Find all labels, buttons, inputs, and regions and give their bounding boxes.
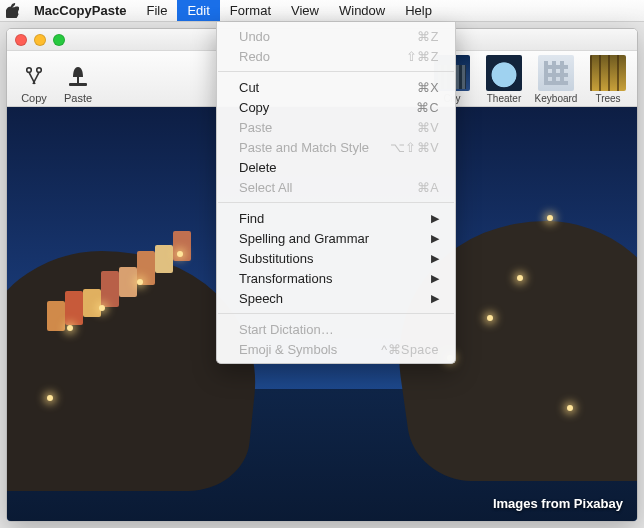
menu-item-label: Copy [239, 100, 269, 115]
thumb-keyboard-label: Keyboard [535, 93, 578, 104]
menu-item-label: Cut [239, 80, 259, 95]
menu-shortcut: ⌘Z [417, 29, 439, 44]
menu-shortcut: ^⌘Space [381, 342, 439, 357]
window-minimize-button[interactable] [34, 34, 46, 46]
menu-item-label: Find [239, 211, 264, 226]
menu-item-find[interactable]: Find▶ [217, 208, 455, 228]
thumb-theater-label: Theater [487, 93, 521, 104]
menu-item-cut[interactable]: Cut⌘X [217, 77, 455, 97]
menu-shortcut: ⌘X [417, 80, 439, 95]
menu-item-label: Paste and Match Style [239, 140, 369, 155]
menu-shortcut: ⌘V [417, 120, 439, 135]
menu-item-label: Redo [239, 49, 270, 64]
thumb-theater-image [486, 55, 522, 91]
submenu-arrow-icon: ▶ [431, 212, 439, 225]
svg-rect-2 [69, 83, 87, 86]
submenu-arrow-icon: ▶ [431, 252, 439, 265]
menubar-item-edit[interactable]: Edit [177, 0, 219, 21]
menu-item-paste-and-match-style: Paste and Match Style⌥⇧⌘V [217, 137, 455, 157]
menu-item-delete[interactable]: Delete [217, 157, 455, 177]
paste-button[interactable]: Paste [59, 55, 97, 104]
menu-separator [218, 71, 454, 72]
menu-item-undo: Undo⌘Z [217, 26, 455, 46]
edit-menu: Undo⌘ZRedo⇧⌘ZCut⌘XCopy⌘CPaste⌘VPaste and… [216, 22, 456, 364]
menu-shortcut: ⇧⌘Z [406, 49, 439, 64]
menu-item-label: Select All [239, 180, 292, 195]
thumb-trees[interactable]: Trees [587, 55, 629, 104]
image-caption: Images from Pixabay [493, 496, 623, 511]
menubar-item-window[interactable]: Window [329, 0, 395, 21]
menu-separator [218, 313, 454, 314]
menu-item-label: Delete [239, 160, 277, 175]
menubar-item-help[interactable]: Help [395, 0, 442, 21]
thumb-trees-label: Trees [595, 93, 620, 104]
copy-button-icon [20, 62, 48, 90]
thumb-keyboard-image [538, 55, 574, 91]
menubar-item-file[interactable]: File [136, 0, 177, 21]
menu-item-label: Undo [239, 29, 270, 44]
thumb-trees-image [590, 55, 626, 91]
window-zoom-button[interactable] [53, 34, 65, 46]
copy-button[interactable]: Copy [15, 55, 53, 104]
paste-button-icon [64, 62, 92, 90]
apple-menu[interactable] [0, 0, 24, 21]
menubar-item-format[interactable]: Format [220, 0, 281, 21]
svg-rect-3 [77, 76, 79, 83]
menu-item-label: Emoji & Symbols [239, 342, 337, 357]
thumb-keyboard[interactable]: Keyboard [535, 55, 577, 104]
menubar: MacCopyPaste FileEditFormatViewWindowHel… [0, 0, 644, 22]
menu-item-label: Start Dictation… [239, 322, 334, 337]
menu-item-transformations[interactable]: Transformations▶ [217, 268, 455, 288]
submenu-arrow-icon: ▶ [431, 232, 439, 245]
menu-item-label: Spelling and Grammar [239, 231, 369, 246]
menu-item-label: Speech [239, 291, 283, 306]
copy-button-label: Copy [21, 92, 47, 104]
window-close-button[interactable] [15, 34, 27, 46]
svg-point-1 [37, 68, 42, 73]
menu-item-speech[interactable]: Speech▶ [217, 288, 455, 308]
menu-separator [218, 202, 454, 203]
menu-item-emoji-symbols: Emoji & Symbols^⌘Space [217, 339, 455, 359]
submenu-arrow-icon: ▶ [431, 292, 439, 305]
menu-shortcut: ⌘A [417, 180, 439, 195]
menubar-app[interactable]: MacCopyPaste [24, 0, 136, 21]
menu-item-substitutions[interactable]: Substitutions▶ [217, 248, 455, 268]
menu-shortcut: ⌥⇧⌘V [390, 140, 439, 155]
menu-item-spelling-and-grammar[interactable]: Spelling and Grammar▶ [217, 228, 455, 248]
menu-item-label: Paste [239, 120, 272, 135]
menu-item-paste: Paste⌘V [217, 117, 455, 137]
menu-item-copy[interactable]: Copy⌘C [217, 97, 455, 117]
thumb-theater[interactable]: Theater [483, 55, 525, 104]
menu-item-label: Transformations [239, 271, 332, 286]
paste-button-label: Paste [64, 92, 92, 104]
menu-item-select-all: Select All⌘A [217, 177, 455, 197]
menu-item-start-dictation: Start Dictation… [217, 319, 455, 339]
menu-shortcut: ⌘C [416, 100, 439, 115]
menu-item-redo: Redo⇧⌘Z [217, 46, 455, 66]
svg-point-0 [27, 68, 32, 73]
menu-item-label: Substitutions [239, 251, 313, 266]
submenu-arrow-icon: ▶ [431, 272, 439, 285]
menubar-item-view[interactable]: View [281, 0, 329, 21]
